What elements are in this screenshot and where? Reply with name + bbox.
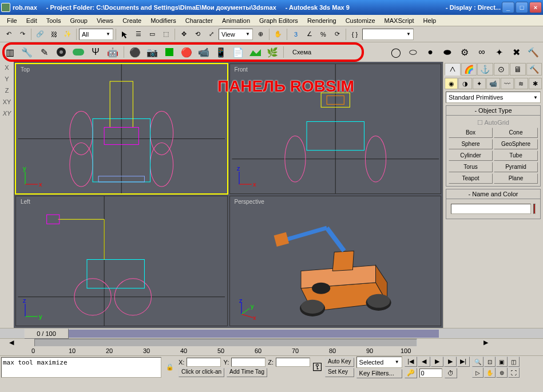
robsim-robot-icon[interactable]: 🤖 [105, 45, 120, 60]
robsim-document-icon[interactable]: 📄 [231, 45, 245, 60]
close-button[interactable]: × [529, 2, 542, 13]
key-filter-dropdown[interactable]: Selected [356, 357, 402, 368]
robsim-grass-icon[interactable]: 🌿 [265, 45, 280, 60]
robsim-tool-1[interactable]: ▥ [2, 45, 17, 60]
viewport-front[interactable]: Front xz [229, 64, 442, 194]
play-button[interactable]: ▶ [431, 357, 443, 367]
snap-toggle-button[interactable]: 3 [290, 28, 302, 41]
lock-selection-button[interactable]: 🔒 [164, 361, 176, 374]
name-color-rollout-head[interactable]: - Name and Color [446, 189, 540, 199]
ext-sphere-icon[interactable]: ● [423, 45, 438, 60]
next-frame-button[interactable]: ▶ [444, 357, 457, 367]
axis-xy2-button[interactable]: XY [3, 110, 11, 117]
menu-tools[interactable]: Tools [42, 16, 66, 25]
maximize-button[interactable]: □ [516, 2, 528, 13]
sphere-button[interactable]: Sphere [449, 139, 493, 149]
spinner-snap-button[interactable]: ⟳ [331, 28, 343, 41]
menu-file[interactable]: File [2, 16, 22, 25]
menu-character[interactable]: Character [181, 16, 217, 25]
axis-y-button[interactable]: Y [5, 76, 9, 82]
key-filters-button[interactable]: Key Filters... [356, 369, 402, 378]
menu-views[interactable]: Views [92, 16, 118, 25]
maxscript-listener[interactable]: max tool maximize [1, 357, 161, 378]
prev-frame-button[interactable]: ◀ [418, 357, 430, 367]
scale-button[interactable]: ⤢ [205, 28, 217, 41]
zoom-button[interactable]: 🔍 [472, 357, 483, 367]
modify-tab[interactable]: 🌈 [461, 63, 477, 76]
torus-button[interactable]: Torus [449, 162, 493, 172]
ext-star-icon[interactable]: ✦ [492, 45, 506, 60]
y-coord-input[interactable] [231, 358, 265, 367]
robsim-track-icon[interactable] [71, 45, 86, 60]
cameras-subtab[interactable]: 📹 [486, 78, 500, 89]
viewport-top[interactable]: Top xy [15, 64, 228, 194]
field-of-view-button[interactable]: ▷ [472, 367, 483, 378]
systems-subtab[interactable]: ✱ [529, 78, 542, 89]
robsim-sensor-icon[interactable]: 📹 [196, 45, 211, 60]
pyramid-button[interactable]: Pyramid [494, 162, 538, 172]
arc-rotate-button[interactable]: ⊕ [496, 367, 508, 378]
setkey-button[interactable]: Set Key [325, 368, 354, 377]
select-by-name-button[interactable]: ☰ [132, 28, 145, 41]
undo-button[interactable]: ↶ [2, 28, 15, 41]
axis-z-button[interactable]: Z [5, 87, 9, 94]
maximize-viewport-button[interactable]: ⛶ [508, 367, 520, 378]
create-tab[interactable] [445, 63, 461, 76]
shapes-subtab[interactable]: ◑ [458, 78, 471, 89]
x-coord-input[interactable] [187, 358, 221, 367]
menu-create[interactable]: Create [118, 16, 146, 25]
add-time-tag-button[interactable]: Add Time Tag [227, 368, 267, 377]
teapot-button[interactable]: Teapot [449, 173, 493, 184]
plane-button[interactable]: Plane [494, 173, 538, 184]
time-slider-track[interactable]: 0 / 100 [24, 330, 439, 338]
motion-tab[interactable]: ⊙ [494, 63, 510, 76]
cylinder-button[interactable]: Cylinder [449, 151, 493, 161]
track-bar[interactable]: ◀▶ [0, 338, 543, 346]
robsim-schema-button[interactable]: Схема [287, 45, 316, 60]
tube-button[interactable]: Tube [494, 151, 538, 161]
robsim-button-icon[interactable]: 🔴 [179, 45, 194, 60]
pivot-center-button[interactable]: ⊕ [254, 28, 267, 41]
geometry-subtab[interactable]: ◉ [445, 78, 458, 89]
menu-rendering[interactable]: Rendering [303, 16, 341, 25]
menu-help[interactable]: Help [419, 16, 441, 25]
autogrid-checkbox[interactable]: ☐ AutoGrid [449, 118, 538, 128]
robsim-remote-icon[interactable]: 📱 [213, 45, 228, 60]
key-mode-button[interactable]: 🔑 [405, 368, 417, 378]
robsim-motor-icon[interactable]: ⚫ [128, 45, 142, 60]
time-config-button[interactable]: ⏱ [445, 368, 457, 378]
lights-subtab[interactable]: ✦ [473, 78, 486, 89]
ext-cross-icon[interactable]: ✖ [509, 45, 524, 60]
menu-grapheditors[interactable]: Graph Editors [255, 16, 303, 25]
robsim-tool-3[interactable]: ✎ [37, 45, 51, 60]
object-name-input[interactable] [451, 204, 531, 214]
named-sets-button[interactable]: { } [348, 28, 361, 41]
robsim-wheel-icon[interactable] [54, 45, 69, 60]
minimize-button[interactable]: _ [502, 2, 514, 13]
hierarchy-tab[interactable]: ⚓ [477, 63, 493, 76]
viewport-perspective[interactable]: Perspective xzy [229, 196, 442, 326]
robsim-camera-icon[interactable]: 📷 [145, 45, 160, 60]
z-coord-input[interactable] [276, 358, 310, 367]
menu-maxscript[interactable]: MAXScript [380, 16, 419, 25]
object-type-rollout-head[interactable]: - Object Type [446, 106, 540, 116]
menu-customize[interactable]: Customize [341, 16, 380, 25]
axis-xy-button[interactable]: XY [3, 98, 11, 105]
axis-x-button[interactable]: X [5, 64, 9, 71]
ext-capsule-icon[interactable]: ⬬ [440, 45, 455, 60]
select-region-button[interactable]: ▭ [146, 28, 158, 41]
primitive-category-dropdown[interactable]: Standard Primitives [446, 92, 541, 103]
geosphere-button[interactable]: GeoSphere [494, 139, 538, 149]
spacewarps-subtab[interactable]: ≋ [514, 78, 528, 89]
link-button[interactable]: 🔗 [34, 28, 46, 41]
unlink-button[interactable]: ⛓ [47, 28, 60, 41]
move-button[interactable]: ✥ [177, 28, 190, 41]
named-selection-dropdown[interactable] [362, 29, 414, 40]
autokey-button[interactable]: Auto Key [325, 358, 354, 367]
helpers-subtab[interactable]: 〰 [501, 78, 514, 89]
robsim-tool-2[interactable]: 🔧 [19, 45, 34, 60]
redo-button[interactable]: ↷ [16, 28, 29, 41]
ref-coord-dropdown[interactable]: View [219, 29, 253, 40]
pan-button[interactable]: ✋ [484, 367, 496, 378]
ext-wrench-icon[interactable]: 🔨 [526, 45, 541, 60]
